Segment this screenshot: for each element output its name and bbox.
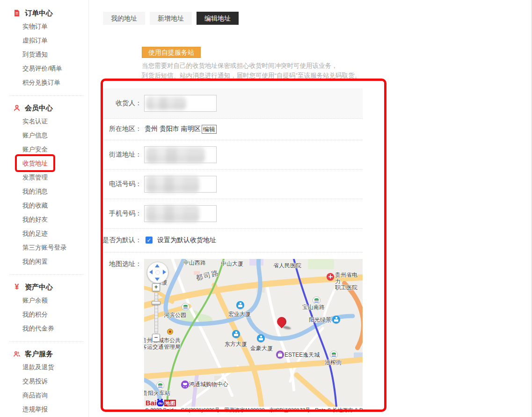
phone-label: 电话号码： bbox=[101, 180, 142, 188]
sidebar-item-第三方账号登录[interactable]: 第三方账号登录 bbox=[13, 241, 88, 255]
sidebar-item-我的代金券[interactable]: 我的代金券 bbox=[13, 322, 88, 336]
address-tabs: 我的地址新增地址编辑地址 bbox=[103, 12, 532, 25]
default-checkbox[interactable]: ✓ bbox=[146, 237, 153, 244]
sidebar-item-实物订单[interactable]: 实物订单 bbox=[13, 20, 88, 34]
sidebar-section-title: 资产中心 bbox=[25, 283, 53, 292]
sidebar-section-title: 会员中心 bbox=[25, 104, 53, 113]
sidebar-item-收货地址[interactable]: 收货地址 bbox=[13, 157, 88, 171]
map-copyright: © 2022 Baidu - GS(2021)6026号 - 甲测资字11009… bbox=[144, 407, 363, 414]
baidu-map[interactable]: 中山西路中山大厦省人民医院都司路贵州省电力 职工医院大厦河滨公园宏业大厦宝山南路… bbox=[144, 259, 363, 414]
edit-address-form: 收货人： 所在地区： 贵州 贵阳市 南明区 编辑 街道地址： 电话号码： 手机号… bbox=[101, 88, 363, 414]
zoom-out-button[interactable]: − bbox=[152, 334, 160, 342]
tab-我的地址[interactable]: 我的地址 bbox=[103, 12, 145, 25]
sidebar-item-我的收藏[interactable]: 我的收藏 bbox=[13, 199, 88, 213]
tab-新增地址[interactable]: 新增地址 bbox=[150, 12, 192, 25]
sidebar-item-label: 交易投诉 bbox=[22, 374, 48, 388]
map-pan-control[interactable] bbox=[147, 262, 168, 283]
sidebar-section-divider bbox=[9, 274, 84, 275]
sidebar-item-label: 第三方账号登录 bbox=[22, 241, 67, 255]
sidebar-item-积分兑换订单[interactable]: 积分兑换订单 bbox=[13, 76, 88, 90]
sidebar-item-label: 违规举报 bbox=[22, 403, 48, 417]
sidebar-item-label: 我的积分 bbox=[22, 308, 48, 322]
use-pickup-station-button[interactable]: 使用自提服务站 bbox=[142, 47, 201, 58]
tab-编辑地址[interactable]: 编辑地址 bbox=[197, 12, 239, 25]
baidu-paw-icon: du bbox=[157, 400, 164, 406]
recipient-label: 收货人： bbox=[101, 99, 142, 108]
sidebar-item-我的消息[interactable]: 我的消息 bbox=[13, 185, 88, 199]
sidebar-item-发票管理[interactable]: 发票管理 bbox=[13, 171, 88, 185]
sidebar-item-我的积分[interactable]: 我的积分 bbox=[13, 308, 88, 322]
pan-center-icon bbox=[155, 270, 160, 275]
map-poi-label: 宏业大厦 bbox=[228, 311, 251, 318]
mall-icon bbox=[276, 351, 284, 359]
region-edit-button[interactable]: 编辑 bbox=[202, 125, 217, 134]
main-content: 我的地址新增地址编辑地址 使用自提服务站 当您需要对自己的收货地址保密或担心收货… bbox=[89, 0, 532, 417]
pan-down-icon[interactable] bbox=[155, 278, 160, 281]
sidebar-item-账户安全[interactable]: 账户安全 bbox=[13, 143, 88, 157]
sidebar-item-label: 我的闲置 bbox=[22, 255, 48, 269]
street-row: 街道地址： bbox=[101, 140, 363, 170]
baidu-logo: Bai du 地图 bbox=[146, 399, 176, 406]
sidebar-item-我的足迹[interactable]: 我的足迹 bbox=[13, 227, 88, 241]
sidebar-item-label: 实名认证 bbox=[22, 115, 48, 129]
sidebar-item-我的闲置[interactable]: 我的闲置 bbox=[13, 255, 88, 269]
baidu-logo-map: 地图 bbox=[164, 400, 176, 406]
mobile-label: 手机号码： bbox=[101, 209, 142, 218]
blurred-value bbox=[146, 97, 186, 110]
zoom-track[interactable] bbox=[154, 292, 158, 333]
map-poi-label: 中山大厦 bbox=[221, 261, 243, 267]
zoom-in-button[interactable]: + bbox=[152, 283, 160, 291]
blurred-value bbox=[146, 147, 205, 163]
street-input[interactable] bbox=[144, 146, 217, 163]
sidebar-item-账户信息[interactable]: 账户信息 bbox=[13, 129, 88, 143]
station-icon bbox=[236, 301, 244, 309]
station-icon bbox=[232, 330, 240, 338]
zoom-slider-handle[interactable] bbox=[152, 301, 160, 305]
sidebar-item-label: 我的足迹 bbox=[22, 227, 48, 241]
pan-left-icon[interactable] bbox=[149, 270, 153, 274]
baidu-logo-bai: Bai bbox=[146, 399, 156, 406]
sidebar-section-divider bbox=[9, 95, 84, 96]
blurred-value bbox=[146, 205, 199, 222]
sidebar-item-label: 我的收藏 bbox=[22, 199, 48, 213]
map-poi-label: 河滨公园 bbox=[164, 312, 186, 319]
map-poi-label: 贵阳火车站 bbox=[144, 390, 170, 397]
street-label: 街道地址： bbox=[101, 151, 142, 159]
sidebar-item-违规举报[interactable]: 违规举报 bbox=[13, 403, 88, 417]
yuan-icon: ¥ bbox=[13, 283, 21, 291]
map-poi-label: ESTEE逸天城 bbox=[284, 352, 320, 359]
sidebar-item-label: 退款及退货 bbox=[22, 360, 54, 374]
cart-icon bbox=[181, 381, 189, 388]
sidebar-item-商品咨询[interactable]: 商品咨询 bbox=[13, 388, 88, 403]
default-checkbox-label: 设置为默认收货地址 bbox=[157, 236, 216, 244]
pan-up-icon[interactable] bbox=[155, 264, 160, 267]
pan-right-icon[interactable] bbox=[163, 270, 166, 274]
recipient-row: 收货人： bbox=[101, 88, 363, 119]
map-row: 地图选址： bbox=[101, 252, 363, 414]
metro-icon bbox=[313, 296, 321, 304]
sidebar: 订单中心实物订单虚拟订单到货通知交易评价/晒单积分兑换订单会员中心实名认证账户信… bbox=[0, 0, 89, 417]
sidebar-item-label: 我的好友 bbox=[22, 213, 48, 227]
station-icon bbox=[257, 334, 265, 342]
sidebar-item-label: 发票管理 bbox=[22, 171, 48, 185]
sidebar-item-虚拟订单[interactable]: 虚拟订单 bbox=[13, 34, 88, 48]
pickup-desc-line1: 当您需要对自己的收货地址保密或担心收货时间冲突时可使用该业务， bbox=[142, 61, 532, 71]
sidebar-item-账户余额[interactable]: 账户余额 bbox=[13, 294, 88, 308]
map-poi-label: 宝山南路 bbox=[302, 304, 325, 311]
sidebar-item-交易评价/晒单[interactable]: 交易评价/晒单 bbox=[13, 62, 88, 76]
member-icon bbox=[13, 104, 21, 112]
hospital-icon bbox=[327, 273, 334, 280]
sidebar-item-label: 到货通知 bbox=[22, 48, 48, 62]
sidebar-item-实名认证[interactable]: 实名认证 bbox=[13, 115, 88, 129]
order-icon bbox=[13, 9, 21, 17]
sidebar-item-我的好友[interactable]: 我的好友 bbox=[13, 213, 88, 227]
sidebar-item-label: 收货地址 bbox=[22, 157, 48, 171]
pickup-description: 当您需要对自己的收货地址保密或担心收货时间冲突时可使用该业务， 到货后短信、站内… bbox=[142, 61, 532, 81]
sidebar-item-退款及退货[interactable]: 退款及退货 bbox=[13, 360, 88, 374]
phone-input[interactable] bbox=[144, 176, 217, 193]
mobile-input[interactable] bbox=[144, 205, 217, 222]
recipient-input[interactable] bbox=[144, 95, 217, 112]
sidebar-item-到货通知[interactable]: 到货通知 bbox=[13, 48, 88, 62]
sidebar-section-header: 订单中心 bbox=[13, 7, 88, 20]
sidebar-item-交易投诉[interactable]: 交易投诉 bbox=[13, 374, 88, 388]
